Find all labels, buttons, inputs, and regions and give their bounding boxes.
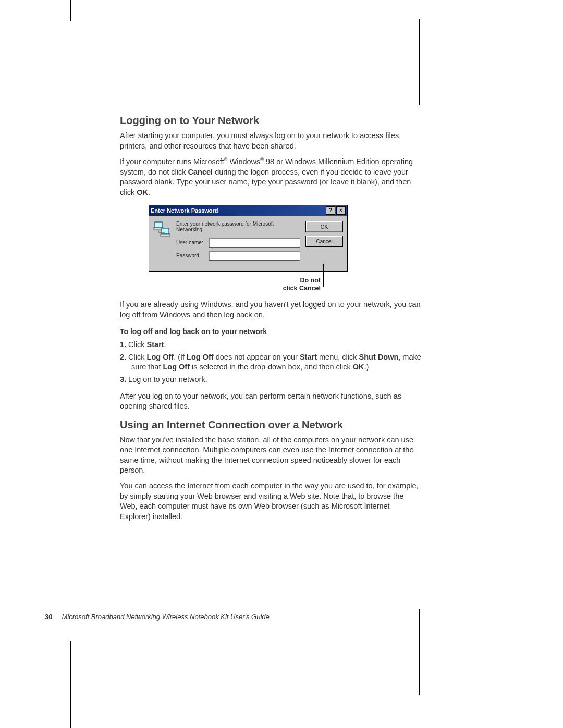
step-1: 1. Click Start. [120,340,422,350]
network-icon [153,221,172,240]
crop-mark [70,0,71,21]
text: Click [126,340,146,349]
label-rest: ser name: [180,240,203,245]
bold-text: Log Off [147,353,174,361]
svg-rect-0 [155,222,162,228]
text: . [164,340,166,349]
username-input[interactable] [209,238,300,248]
dialog-title: Enter Network Password [151,207,325,214]
text: If your computer runs Microsoft [120,157,224,166]
text: menu, click [317,353,359,361]
heading-internet-connection: Using an Internet Connection over a Netw… [120,419,422,431]
callout-line2: click Cancel [283,285,321,292]
bold-text: OK [137,188,148,196]
registered-mark: ® [260,157,264,162]
page-content: Logging on to Your Network After startin… [120,115,422,527]
dialog-fields: Enter your network password for Microsof… [176,221,300,264]
paragraph: After starting your computer, you must a… [120,131,422,151]
step-3: 3. Log on to your network. [120,375,422,385]
step-number: 2. [120,353,126,361]
bold-text: Start [147,340,164,349]
close-button[interactable]: × [336,206,346,215]
text: is selected in the drop-down box, and th… [190,363,353,371]
username-row: User name: [176,238,300,248]
text: . (If [174,353,187,361]
page-number: 30 [45,613,52,621]
text: . [148,188,150,196]
password-row: Password: [176,251,300,261]
step-number: 1. [120,340,126,349]
heading-logging-on: Logging on to Your Network [120,115,422,127]
ok-button[interactable]: OK [305,221,343,232]
document-page: Logging on to Your Network After startin… [0,0,563,728]
callout-text: Do not click Cancel [283,277,321,292]
bold-text: Log Off [163,363,190,371]
username-label: User name: [176,240,209,245]
bold-text: OK [353,363,364,371]
step-number: 3. [120,375,126,384]
dialog-titlebar: Enter Network Password ? × [149,205,347,216]
crop-mark [419,19,420,105]
svg-rect-2 [162,228,169,234]
bold-text: Shut Down [359,353,399,361]
cancel-button[interactable]: Cancel [305,236,343,247]
bold-text: Log Off [187,353,214,361]
bold-text: Cancel [188,168,213,176]
callout: Do not click Cancel [149,274,347,294]
svg-rect-3 [161,234,170,236]
password-label: Password: [176,253,209,258]
text: Click [126,353,146,361]
bold-text: Start [300,353,317,361]
help-button[interactable]: ? [326,206,335,215]
dialog-screenshot: Enter Network Password ? × [149,205,422,272]
label-rest: assword: [180,253,201,258]
dialog-body: Enter your network password for Microsof… [149,216,347,271]
callout-leader-line [323,264,324,287]
crop-mark [0,632,21,632]
crop-mark [419,609,420,695]
paragraph: If you are already using Windows, and yo… [120,300,422,320]
text: Log on to your network. [126,375,207,384]
step-2: 2. Click Log Off. (If Log Off does not a… [120,352,422,373]
procedure-title: To log off and log back on to your netwo… [120,327,422,336]
enter-network-password-dialog: Enter Network Password ? × [149,205,348,272]
crop-mark [0,81,21,81]
text: does not appear on your [214,353,300,361]
dialog-message: Enter your network password for Microsof… [176,221,300,232]
dialog-buttons: OK Cancel [305,221,343,264]
footer-title: Microsoft Broadband Networking Wireless … [62,613,269,621]
underline-char: P [176,253,180,258]
password-input[interactable] [209,251,300,261]
paragraph: You can access the Internet from each co… [120,481,422,522]
callout-line1: Do not [300,277,321,284]
text: .) [364,363,369,371]
page-footer: 30Microsoft Broadband Networking Wireles… [45,613,270,621]
crop-mark [70,641,71,728]
paragraph: After you log on to your network, you ca… [120,391,422,412]
text: Windows [227,157,260,166]
paragraph: Now that you've installed the base stati… [120,435,422,476]
paragraph: If your computer runs Microsoft® Windows… [120,156,422,198]
